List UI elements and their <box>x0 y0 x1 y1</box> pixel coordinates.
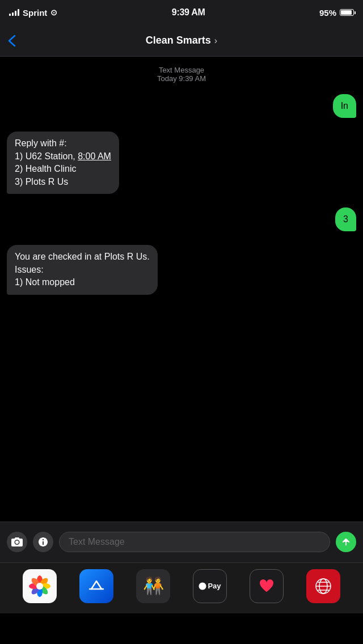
nav-title: Clean Smarts › <box>146 35 217 46</box>
battery-icon <box>340 9 354 16</box>
message-row: 3 <box>7 207 356 231</box>
status-time: 9:39 AM <box>172 7 205 18</box>
dock-globe-button[interactable] <box>306 569 340 603</box>
wifi-icon: ⊙ <box>50 8 57 17</box>
dock-hearts-button[interactable] <box>250 569 284 603</box>
sent-bubble: 3 <box>335 207 356 231</box>
input-area: Text Message <box>0 522 363 562</box>
status-bar: Sprint ⊙ 9:39 AM 95% <box>0 0 363 25</box>
dock: 🧑‍🤝‍🧑 Pay <box>0 562 363 613</box>
nav-bar: Clean Smarts › <box>0 25 363 57</box>
status-right: 95% <box>319 8 354 18</box>
send-button[interactable] <box>336 532 356 552</box>
message-row: In <box>7 94 356 118</box>
status-left: Sprint ⊙ <box>9 8 57 18</box>
battery-percent: 95% <box>319 8 336 18</box>
carrier-label: Sprint <box>23 8 47 18</box>
app-button[interactable] <box>33 532 53 552</box>
svg-point-8 <box>36 583 43 590</box>
back-button[interactable] <box>8 35 16 47</box>
dock-photos-button[interactable] <box>23 569 57 603</box>
dock-applepay-button[interactable]: Pay <box>193 569 227 603</box>
signal-icon <box>9 9 19 16</box>
message-timestamp: Text Message Today 9:39 AM <box>7 66 356 83</box>
received-bubble: Reply with #: 1) U62 Station, 8:00 AM 2)… <box>7 132 119 194</box>
camera-button[interactable] <box>7 532 27 552</box>
received-bubble: You are checked in at Plots R Us. Issues… <box>7 245 158 294</box>
dock-memoji-button[interactable]: 🧑‍🤝‍🧑 <box>136 569 170 603</box>
timestamp-date: Today 9:39 AM <box>7 74 356 83</box>
nav-chevron-icon[interactable]: › <box>214 36 217 46</box>
message-row: Reply with #: 1) U62 Station, 8:00 AM 2)… <box>7 132 356 194</box>
dock-appstore-button[interactable] <box>79 569 113 603</box>
input-placeholder: Text Message <box>69 537 125 547</box>
timestamp-label: Text Message <box>7 66 356 74</box>
messages-area: Text Message Today 9:39 AM In Reply with… <box>0 57 363 522</box>
sent-bubble: In <box>333 94 356 118</box>
message-row: You are checked in at Plots R Us. Issues… <box>7 245 356 294</box>
message-input[interactable]: Text Message <box>59 532 330 552</box>
